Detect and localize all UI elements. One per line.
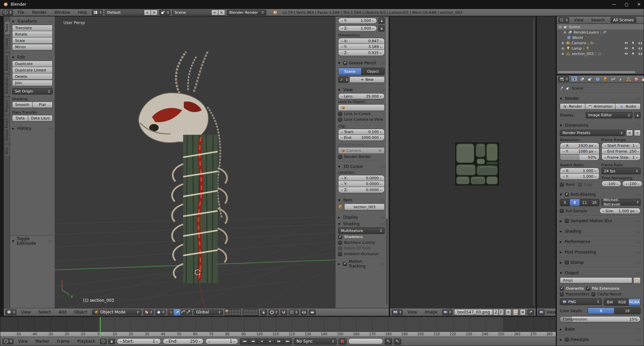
menu-add[interactable]: Add [56,310,69,314]
playback-button[interactable]: ◀◀ [249,338,257,345]
overwrite-checkbox[interactable] [560,287,564,291]
unlink-image-button[interactable]: ✕ [520,309,526,315]
editor-type-selector-timeline[interactable] [2,339,13,344]
preview-range-toggle[interactable] [100,339,107,344]
smooth-button[interactable]: Smooth [12,102,33,108]
panel-grip[interactable] [636,193,641,196]
render-presets-dropdown[interactable]: Render Presets [560,130,625,136]
outliner-item-world[interactable]: World [557,35,644,40]
editor-type-selector-image[interactable] [392,309,403,315]
outliner-item-camera[interactable]: ⊕ Camera | [557,40,644,46]
pin-icon[interactable] [560,86,564,90]
viewport-shading-dropdown[interactable] [143,309,154,315]
expand-icon[interactable]: ⊕ [561,47,565,50]
item-name-field[interactable]: section_003 [344,204,385,210]
ambient-occlusion-checkbox[interactable] [338,252,342,256]
menu-view[interactable]: View [571,18,586,22]
outliner-item-renderlayers[interactable]: ⊕ RenderLayers | [557,30,644,35]
renderability-camera-icon[interactable] [638,46,642,50]
delete-button[interactable]: Delete [12,73,53,80]
delete-layout-button[interactable]: ✕ [151,10,158,15]
remap-new-field[interactable]: :100 [622,181,642,187]
sampled-motion-blur-checkbox[interactable] [565,219,569,223]
crop-checkbox[interactable] [578,183,582,187]
menu-view[interactable]: View [18,310,34,314]
insert-keyframe-button[interactable] [385,338,392,345]
scale-y-field[interactable]: Y:1.000 [338,18,377,24]
aa-size-field[interactable]: Size:1.000 px [599,208,641,214]
freestyle-checkbox[interactable] [565,338,569,342]
menu-render[interactable]: Render [29,10,50,15]
panel-grip[interactable] [48,20,53,23]
proportional-edit-dropdown[interactable] [269,309,279,315]
full-sample-checkbox[interactable] [560,209,564,213]
aspect-x-field[interactable]: X:1.000 [560,168,599,174]
aspect-y-field[interactable]: Y:1.000 [560,174,599,180]
panel-header-edit[interactable]: ▼Edit [12,54,53,61]
visibility-eye-icon[interactable] [624,46,628,50]
duplicate-button[interactable]: Duplicate [12,61,53,67]
cursor-z-field[interactable]: Z:0.0000 [338,187,385,193]
lens-field[interactable]: Lens:35.000 [338,93,385,99]
layer-cell[interactable] [249,309,252,312]
layer-cell[interactable] [231,309,234,312]
selectability-cursor-icon[interactable] [631,41,635,45]
stamp-checkbox[interactable] [565,261,569,265]
playback-button[interactable]: ▶▶ [275,338,283,345]
layer-cell[interactable] [252,312,255,315]
color-mode-bw[interactable]: BW [604,299,616,305]
lock-to-scene-toggle[interactable] [260,309,267,315]
fake-user-button[interactable]: F [499,309,504,315]
panel-grip[interactable] [636,230,641,233]
tab-render-layers[interactable] [579,76,586,82]
layer-grid-2[interactable] [243,309,259,316]
minimize-button[interactable]: — [612,2,616,7]
renderability-camera-icon[interactable] [638,41,642,45]
close-button[interactable]: ✕ [637,2,641,7]
playback-button[interactable]: ▶▶| [283,338,292,345]
editor-type-selector-3dview[interactable] [5,309,16,315]
anti-aliasing-checkbox[interactable] [565,192,569,196]
tab-physics[interactable]: Physics [4,97,10,115]
scene-icon-box[interactable] [159,10,170,15]
panel-grip[interactable] [636,272,641,274]
outliner-hscrollbar[interactable] [558,71,635,73]
snap-toggle[interactable] [280,309,287,315]
layer-cell[interactable] [237,309,240,312]
panel-grip[interactable] [636,98,641,100]
menu-frame[interactable]: Frame [54,339,72,344]
frame-rate-dropdown[interactable]: 24 fps [601,168,641,174]
viewport-3d[interactable]: y User Persp (1) section_003 [55,16,335,308]
menu-select[interactable]: Select [35,310,54,314]
manipulator-rotate-toggle[interactable] [181,310,185,314]
visibility-eye-icon[interactable] [624,41,628,45]
panel-grip[interactable] [48,127,53,130]
panel-grip[interactable] [48,240,53,242]
menu-file[interactable]: File [15,10,28,15]
stone-texture-image[interactable] [455,142,499,185]
data-button[interactable]: Data [12,115,28,121]
panel-grip[interactable] [380,223,385,225]
layer-cell[interactable] [249,312,252,315]
flat-button[interactable]: Flat [33,102,53,108]
file-extensions-checkbox[interactable] [586,287,590,291]
mode-dropdown[interactable]: Object Mode [92,309,142,315]
color-depth-16[interactable]: 16 [614,308,641,314]
layer-cell[interactable] [228,309,231,312]
translate-button[interactable]: Translate [12,25,53,31]
placeholders-checkbox[interactable] [560,292,564,296]
screen-layout-field[interactable]: Default [105,10,144,15]
image-browse-dropdown[interactable] [442,309,452,315]
panel-grip[interactable] [380,166,385,168]
opengl-render-button[interactable] [301,309,307,315]
panel-header-render[interactable]: ▼Render [560,95,641,102]
layer-cell[interactable] [234,309,237,312]
outliner-item-section-003[interactable]: ⊕ section_003 | [557,51,644,56]
layer-cell[interactable] [225,312,228,315]
tab-animation[interactable]: Animation [4,74,10,97]
delete-keyframe-button[interactable] [394,338,401,345]
panel-header-dimensions[interactable]: ▼Dimensions [560,122,641,129]
add-scene-button[interactable]: + [212,10,218,15]
current-frame-field[interactable]: 1 [205,338,238,344]
aa-samples-8[interactable]: 8 [570,199,579,206]
